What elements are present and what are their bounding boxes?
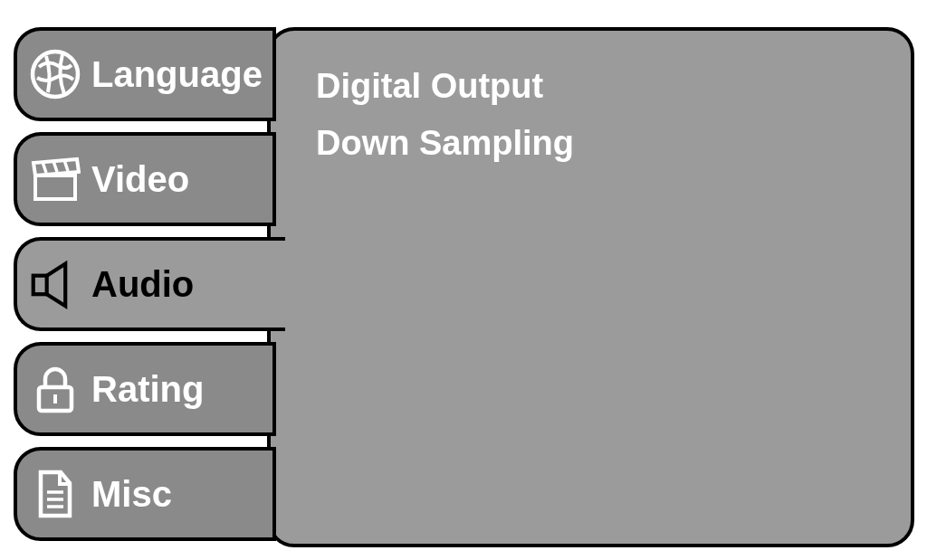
clapperboard-icon xyxy=(30,154,81,204)
content-panel: Digital Output Down Sampling xyxy=(267,27,914,547)
tab-audio-label: Audio xyxy=(91,264,194,305)
settings-menu: Digital Output Down Sampling Language xyxy=(14,27,914,547)
svg-rect-5 xyxy=(33,276,47,295)
tab-misc[interactable]: Misc xyxy=(14,447,276,541)
svg-point-0 xyxy=(33,52,78,97)
menu-item-digital-output[interactable]: Digital Output xyxy=(316,67,865,106)
speaker-icon xyxy=(30,259,81,309)
tab-audio[interactable]: Audio xyxy=(14,237,285,331)
tab-video[interactable]: Video xyxy=(14,132,276,226)
tab-video-label: Video xyxy=(91,159,189,200)
tab-rating-label: Rating xyxy=(91,369,204,410)
document-icon xyxy=(30,469,81,519)
tab-language[interactable]: Language xyxy=(14,27,276,121)
svg-rect-1 xyxy=(35,176,75,199)
menu-item-down-sampling[interactable]: Down Sampling xyxy=(316,124,865,163)
lock-icon xyxy=(30,364,81,414)
tab-language-label: Language xyxy=(91,54,263,95)
tab-rating[interactable]: Rating xyxy=(14,342,276,436)
globe-icon xyxy=(30,49,81,100)
tab-misc-label: Misc xyxy=(91,474,172,515)
